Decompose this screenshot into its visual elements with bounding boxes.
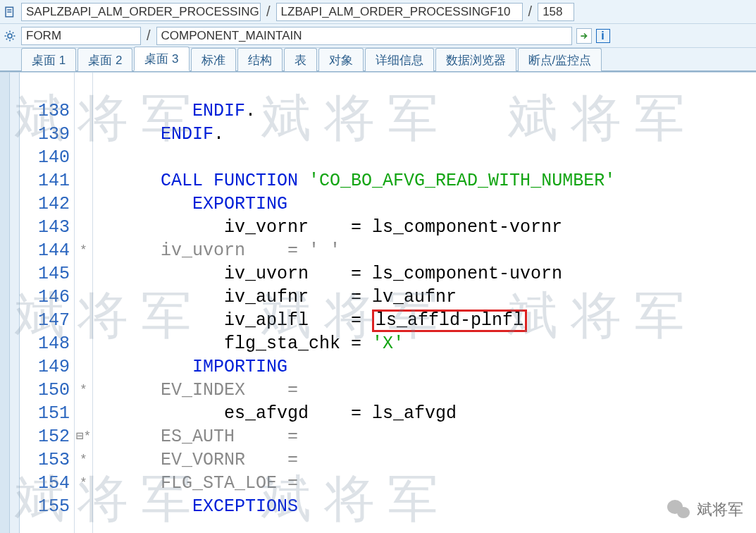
code-line[interactable]: iv_uvorn = ' '	[93, 239, 756, 262]
code-line[interactable]	[93, 146, 756, 169]
breadcrumb-sep: /	[145, 27, 152, 44]
line-number: 138	[20, 99, 74, 123]
code-editor: 1381391401411421431441451461471481491501…	[0, 72, 756, 533]
fold-cell	[75, 286, 92, 309]
code-line[interactable]: iv_aufnr = lv_aufnr	[93, 286, 756, 309]
navigate-icon[interactable]	[576, 28, 592, 44]
fold-cell	[75, 146, 92, 169]
line-number: 140	[20, 146, 74, 169]
fold-cell	[75, 123, 92, 146]
line-number: 142	[20, 192, 74, 216]
fold-cell: *	[75, 448, 92, 472]
code-line[interactable]: es_afvgd = ls_afvgd	[93, 402, 756, 425]
breadcrumb-row-1: SAPLZBAPI_ALM_ORDER_PROCESSING / LZBAPI_…	[0, 0, 756, 24]
line-number: 149	[20, 355, 74, 379]
fold-column: **⊟***	[75, 73, 93, 533]
code-line[interactable]: flg_sta_chk = 'X'	[93, 332, 756, 355]
tab-数据浏览器[interactable]: 数据浏览器	[435, 48, 516, 71]
line-number: 153	[20, 448, 74, 472]
code-line[interactable]: ES_AUTH =	[93, 425, 756, 448]
fold-cell[interactable]: ⊟*	[75, 425, 92, 448]
fold-cell	[75, 309, 92, 332]
event-field[interactable]: FORM	[21, 27, 141, 45]
line-number: 141	[20, 169, 74, 192]
ruler-stripe	[10, 73, 20, 533]
marker-stripe	[0, 73, 10, 533]
wechat-icon	[667, 500, 691, 520]
fold-cell	[75, 99, 92, 123]
fold-cell: *	[75, 379, 92, 402]
line-number: 143	[20, 216, 74, 239]
line-number: 154	[20, 472, 74, 495]
line-number: 155	[20, 495, 74, 518]
tab-对象[interactable]: 对象	[318, 48, 364, 71]
routine-field[interactable]: COMPONENT_MAINTAIN	[156, 27, 572, 45]
line-number: 152	[20, 425, 74, 448]
fold-cell	[75, 216, 92, 239]
line-number: 146	[20, 286, 74, 309]
code-line[interactable]: EV_VORNR =	[93, 448, 756, 472]
breadcrumb-sep: /	[527, 4, 534, 20]
line-number: 139	[20, 123, 74, 146]
svg-point-3	[8, 34, 12, 38]
fold-cell	[75, 495, 92, 518]
line-number: 145	[20, 262, 74, 286]
fold-cell	[75, 169, 92, 192]
tab-strip: 桌面 1桌面 2桌面 3标准结构表对象详细信息数据浏览器断点/监控点	[0, 48, 756, 72]
line-field[interactable]: 158	[538, 3, 574, 21]
breadcrumb-sep: /	[265, 4, 272, 20]
code-line[interactable]: ENDIF.	[93, 123, 756, 146]
code-line[interactable]: EXPORTING	[93, 192, 756, 216]
code-line[interactable]: iv_uvorn = ls_component-uvorn	[93, 262, 756, 286]
code-line[interactable]: iv_vornr = ls_component-vornr	[93, 216, 756, 239]
code-line[interactable]: IMPORTING	[93, 355, 756, 379]
line-gutter: 1381391401411421431441451461471481491501…	[20, 73, 75, 533]
fold-cell	[75, 192, 92, 216]
tab-桌面 1[interactable]: 桌面 1	[21, 48, 76, 71]
fold-cell	[75, 332, 92, 355]
wechat-badge: 斌将军	[667, 499, 743, 520]
fold-cell	[75, 402, 92, 425]
line-number: 147	[20, 309, 74, 332]
line-number: 144	[20, 239, 74, 262]
fold-cell: *	[75, 472, 92, 495]
code-line[interactable]: iv_aplfl = ls_affld-plnfl	[93, 309, 756, 332]
include-field[interactable]: LZBAPI_ALM_ORDER_PROCESSINGF10	[276, 3, 523, 21]
code-line[interactable]: EV_INDEX =	[93, 379, 756, 402]
info-icon[interactable]: i	[596, 29, 610, 43]
fold-cell	[75, 355, 92, 379]
tab-断点/监控点[interactable]: 断点/监控点	[518, 48, 602, 71]
code-line[interactable]: ENDIF.	[93, 99, 756, 123]
document-icon	[3, 5, 17, 19]
tab-结构[interactable]: 结构	[237, 48, 283, 71]
fold-cell: *	[75, 239, 92, 262]
code-area[interactable]: ENDIF. ENDIF. CALL FUNCTION 'CO_BO_AFVG_…	[93, 73, 756, 533]
code-line[interactable]: EXCEPTIONS	[93, 495, 756, 518]
line-number: 150	[20, 379, 74, 402]
tab-标准[interactable]: 标准	[191, 48, 236, 71]
code-line[interactable]: FLG_STA_LOE =	[93, 472, 756, 495]
wechat-label: 斌将军	[697, 499, 743, 520]
code-line[interactable]: CALL FUNCTION 'CO_BO_AFVG_READ_WITH_NUMB…	[93, 169, 756, 192]
breadcrumb-row-2: FORM / COMPONENT_MAINTAIN i	[0, 24, 756, 48]
program-field[interactable]: SAPLZBAPI_ALM_ORDER_PROCESSING	[21, 3, 261, 21]
gear-icon[interactable]	[3, 29, 17, 43]
tab-表[interactable]: 表	[284, 48, 317, 71]
line-number: 148	[20, 332, 74, 355]
tab-详细信息[interactable]: 详细信息	[365, 48, 434, 71]
tab-桌面 2[interactable]: 桌面 2	[78, 48, 132, 71]
tab-桌面 3[interactable]: 桌面 3	[134, 47, 189, 71]
fold-cell	[75, 262, 92, 286]
line-number: 151	[20, 402, 74, 425]
